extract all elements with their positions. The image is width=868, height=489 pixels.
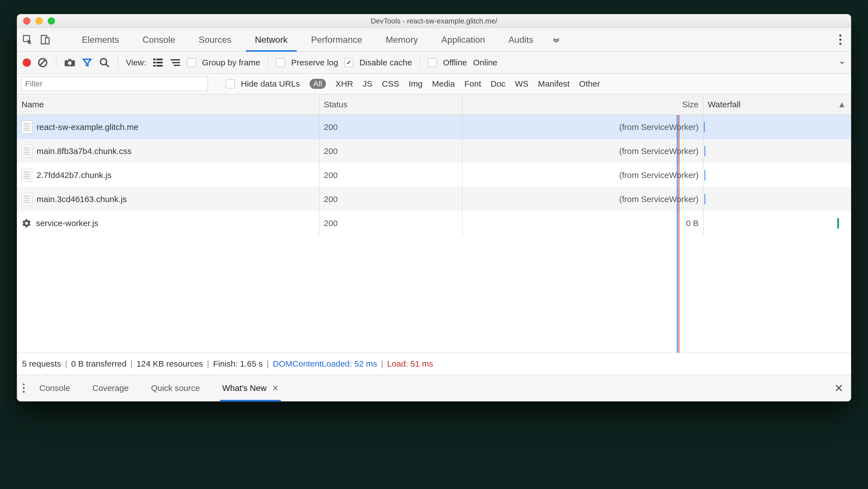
sort-caret-icon: ▲ <box>838 100 846 109</box>
type-filter-font[interactable]: Font <box>464 79 481 89</box>
network-toolbar: View: Group by frame Preserve log Disabl… <box>17 52 851 74</box>
svg-point-10 <box>100 59 106 65</box>
drawer-tab-console[interactable]: Console <box>39 375 70 401</box>
svg-point-4 <box>839 38 841 41</box>
tab-network[interactable]: Network <box>243 28 299 51</box>
svg-point-5 <box>839 43 841 45</box>
cell-size: (from ServiceWorker) <box>462 115 703 139</box>
summary-finish: Finish: 1.65 s <box>213 359 262 369</box>
svg-point-9 <box>68 61 71 65</box>
table-row[interactable]: main.3cd46163.chunk.js200(from ServiceWo… <box>17 187 851 211</box>
window-controls <box>23 17 55 25</box>
type-filter-img[interactable]: Img <box>409 79 423 89</box>
svg-rect-15 <box>156 62 163 63</box>
type-filter-media[interactable]: Media <box>432 79 455 89</box>
request-name: service-worker.js <box>36 219 98 228</box>
tab-application[interactable]: Application <box>430 28 497 51</box>
table-row[interactable]: react-sw-example.glitch.me200(from Servi… <box>17 115 851 139</box>
minimize-window-button[interactable] <box>35 17 43 25</box>
window-title: DevTools - react-sw-example.glitch.me/ <box>17 17 851 25</box>
cell-status: 200 <box>319 139 462 163</box>
request-name: main.8fb3a7b4.chunk.css <box>37 146 131 156</box>
type-filter-xhr[interactable]: XHR <box>336 79 353 89</box>
column-waterfall[interactable]: Waterfall ▲ <box>703 94 851 115</box>
type-filter-doc[interactable]: Doc <box>491 79 505 89</box>
cell-name: react-sw-example.glitch.me <box>17 115 319 139</box>
large-rows-icon[interactable] <box>152 57 163 68</box>
drawer-tab-close-icon[interactable]: ✕ <box>272 384 279 393</box>
table-row[interactable]: service-worker.js2000 B <box>17 211 851 235</box>
document-icon <box>22 145 32 157</box>
drawer-tab-what-s-new[interactable]: What's New✕ <box>222 375 279 401</box>
hide-data-urls-checkbox[interactable] <box>226 79 235 88</box>
svg-point-21 <box>23 383 25 385</box>
cell-name: service-worker.js <box>17 211 319 235</box>
network-table: Name Status Size Waterfall ▲ react-sw-ex… <box>17 94 851 353</box>
column-size[interactable]: Size <box>462 94 703 115</box>
zoom-window-button[interactable] <box>48 17 55 25</box>
cell-status: 200 <box>319 163 462 187</box>
column-name[interactable]: Name <box>17 94 319 115</box>
view-label: View: <box>126 58 146 67</box>
column-status[interactable]: Status <box>319 94 462 115</box>
type-filter-other[interactable]: Other <box>579 79 600 89</box>
document-icon <box>22 169 32 182</box>
filter-bar: Hide data URLs AllXHRJSCSSImgMediaFontDo… <box>17 74 851 94</box>
inspect-element-icon[interactable] <box>22 34 33 45</box>
drawer-tab-quick-source[interactable]: Quick source <box>151 375 200 401</box>
type-filter-css[interactable]: CSS <box>382 79 399 89</box>
cell-status: 200 <box>319 211 462 235</box>
disable-cache-checkbox[interactable] <box>344 58 353 67</box>
tab-audits[interactable]: Audits <box>497 28 545 51</box>
svg-rect-14 <box>153 62 156 63</box>
capture-screenshots-icon[interactable] <box>64 57 75 68</box>
throttling-selected[interactable]: Online <box>473 58 497 67</box>
search-icon[interactable] <box>99 57 110 68</box>
close-window-button[interactable] <box>23 17 30 25</box>
summary-resources: 124 KB resources <box>136 359 203 369</box>
type-filter-js[interactable]: JS <box>363 79 372 89</box>
drawer-close-icon[interactable]: ✕ <box>834 382 844 395</box>
summary-dcl: DOMContentLoaded: 52 ms <box>273 359 377 369</box>
throttling-dropdown-caret-icon[interactable] <box>839 59 845 66</box>
filter-icon[interactable] <box>82 57 93 68</box>
summary-requests: 5 requests <box>22 359 61 369</box>
table-row[interactable]: 2.7fdd42b7.chunk.js200(from ServiceWorke… <box>17 163 851 187</box>
group-by-frame-checkbox[interactable] <box>187 58 196 67</box>
cell-status: 200 <box>319 115 462 139</box>
drawer-kebab-icon[interactable] <box>22 382 25 394</box>
type-filter-all[interactable]: All <box>310 79 326 89</box>
svg-rect-13 <box>156 59 163 60</box>
type-filter-manifest[interactable]: Manifest <box>538 79 569 89</box>
cell-waterfall <box>703 139 851 163</box>
filter-input[interactable] <box>21 77 208 91</box>
clear-icon[interactable] <box>37 57 48 68</box>
cell-waterfall <box>703 115 851 139</box>
cell-name: main.3cd46163.chunk.js <box>17 187 319 211</box>
offline-checkbox[interactable] <box>428 58 437 67</box>
hide-data-urls-label: Hide data URLs <box>241 79 300 89</box>
cell-name: main.8fb3a7b4.chunk.css <box>17 139 319 163</box>
drawer-tab-coverage[interactable]: Coverage <box>92 375 129 401</box>
tab-elements[interactable]: Elements <box>70 28 131 51</box>
summary-load: Load: 51 ms <box>387 359 433 369</box>
request-name: 2.7fdd42b7.chunk.js <box>37 170 112 180</box>
record-button[interactable] <box>23 58 31 67</box>
cell-name: 2.7fdd42b7.chunk.js <box>17 163 319 187</box>
overview-icon[interactable] <box>170 57 181 68</box>
type-filter-ws[interactable]: WS <box>515 79 528 89</box>
more-tabs-chevron-icon[interactable] <box>551 34 562 45</box>
request-name: react-sw-example.glitch.me <box>37 122 138 132</box>
tab-sources[interactable]: Sources <box>187 28 243 51</box>
svg-point-22 <box>23 387 25 389</box>
table-header: Name Status Size Waterfall ▲ <box>17 94 851 115</box>
gear-icon <box>22 218 32 228</box>
preserve-log-checkbox[interactable] <box>276 58 285 67</box>
device-toolbar-icon[interactable] <box>39 34 51 45</box>
settings-kebab-icon[interactable] <box>835 34 846 45</box>
document-icon <box>22 193 32 206</box>
tab-memory[interactable]: Memory <box>374 28 430 51</box>
tab-console[interactable]: Console <box>131 28 187 51</box>
tab-performance[interactable]: Performance <box>300 28 374 51</box>
table-row[interactable]: main.8fb3a7b4.chunk.css200(from ServiceW… <box>17 139 851 163</box>
